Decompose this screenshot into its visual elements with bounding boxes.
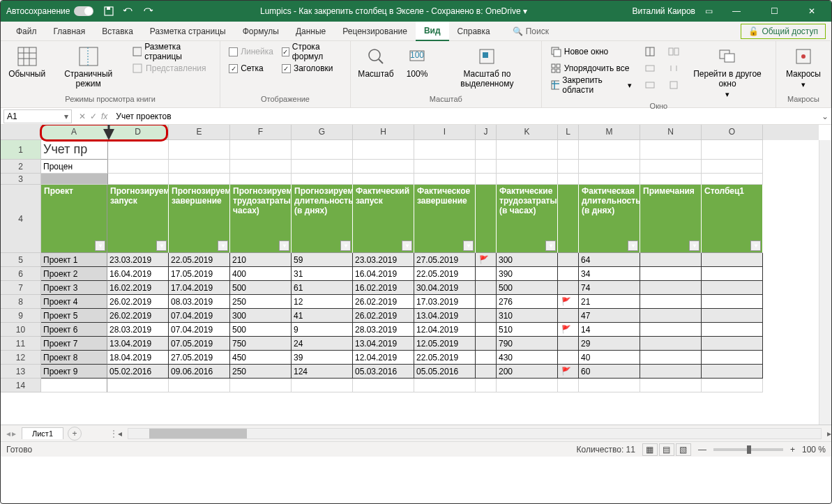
cell[interactable] (558, 309, 579, 323)
switch-windows-button[interactable]: Перейти в другое окно ▾ (685, 44, 770, 100)
cell[interactable] (702, 379, 763, 392)
ribbon-options-icon[interactable]: ▭ (705, 6, 713, 16)
cell[interactable] (476, 160, 497, 174)
hscroll-right[interactable]: ▸ (827, 429, 831, 438)
cell[interactable] (107, 140, 169, 160)
tab-pagelayout[interactable]: Разметка страницы (142, 22, 234, 41)
macros-button[interactable]: Макросы ▾ (782, 44, 825, 91)
save-icon[interactable] (102, 4, 116, 18)
cell[interactable]: 07.05.2019 (169, 337, 230, 351)
column-headers[interactable]: ADEFGHIJKLMNO (41, 125, 819, 140)
normal-view-icon[interactable]: ▦ (642, 443, 658, 456)
cell[interactable]: 16.04.2019 (107, 267, 169, 281)
cell[interactable] (702, 295, 763, 309)
row-header-11[interactable]: 11 (1, 337, 41, 351)
cell[interactable]: Прогнозируемое завершение▾ (169, 185, 230, 253)
cell[interactable] (169, 140, 230, 160)
cell[interactable] (640, 174, 702, 185)
cell[interactable] (702, 365, 763, 379)
cell[interactable] (579, 174, 640, 185)
zoom-in-button[interactable]: + (790, 445, 795, 455)
cell[interactable] (107, 379, 169, 392)
tab-formulas[interactable]: Формулы (234, 22, 287, 41)
row-header-2[interactable]: 2 (1, 160, 41, 174)
cell[interactable]: 200 (497, 365, 558, 379)
cell[interactable] (640, 281, 702, 295)
cell[interactable]: 08.03.2019 (169, 295, 230, 309)
autosave-toggle[interactable]: Автосохранение (6, 6, 93, 16)
cell[interactable] (640, 351, 702, 365)
select-all-corner[interactable] (1, 125, 41, 140)
sheet-tab[interactable]: Лист1 (22, 427, 63, 439)
vertical-scrollbar[interactable] (819, 140, 831, 425)
cell[interactable] (476, 309, 497, 323)
close-button[interactable]: ✕ (798, 1, 826, 22)
tab-file[interactable]: Файл (8, 22, 45, 41)
cell[interactable]: 27.05.2019 (414, 253, 476, 267)
column-header-L[interactable]: L (558, 125, 579, 140)
cell[interactable] (476, 140, 497, 160)
cell[interactable] (702, 253, 763, 267)
cell[interactable] (702, 281, 763, 295)
row-header-5[interactable]: 5 (1, 253, 41, 267)
cell[interactable]: 27.05.2019 (169, 351, 230, 365)
cell[interactable]: 🚩 (558, 323, 579, 337)
column-header-A[interactable]: A (41, 125, 107, 140)
cell[interactable]: 310 (497, 309, 558, 323)
cell[interactable] (353, 379, 414, 392)
cell[interactable] (476, 267, 497, 281)
cell[interactable] (558, 174, 579, 185)
row-header-8[interactable]: 8 (1, 295, 41, 309)
column-header-G[interactable]: G (292, 125, 353, 140)
row-header-12[interactable]: 12 (1, 351, 41, 365)
cell[interactable]: 17.04.2019 (169, 281, 230, 295)
cell[interactable]: 430 (497, 351, 558, 365)
undo-icon[interactable] (121, 4, 135, 18)
cell[interactable] (579, 160, 640, 174)
cell[interactable] (558, 185, 579, 253)
cell[interactable]: 300 (230, 309, 292, 323)
row-header-6[interactable]: 6 (1, 267, 41, 281)
cell[interactable] (702, 160, 763, 174)
headings-checkbox[interactable]: Заголовки (279, 61, 345, 76)
cell[interactable] (107, 160, 169, 174)
cell[interactable]: Прогнозируемая длительность (в днях)▾ (292, 185, 353, 253)
cell[interactable]: 28.03.2019 (353, 323, 414, 337)
cell[interactable]: Проект 2 (41, 267, 107, 281)
cell[interactable]: 64 (579, 253, 640, 267)
formula-bar-expand[interactable]: ⌄ (819, 112, 831, 121)
cell[interactable] (476, 379, 497, 392)
cell[interactable] (169, 174, 230, 185)
cell[interactable] (558, 351, 579, 365)
cell[interactable]: 22.05.2019 (414, 267, 476, 281)
zoom-level[interactable]: 100 % (802, 445, 826, 455)
cell[interactable] (497, 140, 558, 160)
filter-button[interactable]: ▾ (402, 240, 412, 251)
filter-button[interactable]: ▾ (628, 240, 638, 251)
column-header-F[interactable]: F (230, 125, 292, 140)
cell[interactable] (230, 160, 292, 174)
cell[interactable] (107, 174, 169, 185)
cell[interactable] (41, 379, 107, 392)
cell[interactable]: 47 (579, 309, 640, 323)
row-header-13[interactable]: 13 (1, 365, 41, 379)
cell[interactable] (702, 323, 763, 337)
cell[interactable]: Проект 6 (41, 323, 107, 337)
cell[interactable]: 31 (292, 267, 353, 281)
cancel-formula-icon[interactable]: ✕ (79, 112, 86, 121)
reset-pos-button[interactable] (665, 77, 682, 93)
cell[interactable]: 250 (230, 295, 292, 309)
sync-scroll-button[interactable] (665, 61, 682, 76)
cell[interactable]: 400 (230, 267, 292, 281)
cell[interactable] (414, 160, 476, 174)
cell[interactable] (292, 174, 353, 185)
cell[interactable] (640, 267, 702, 281)
cell[interactable] (476, 351, 497, 365)
filter-button[interactable]: ▾ (340, 240, 351, 251)
cell[interactable]: Проект 9 (41, 365, 107, 379)
cell[interactable]: 500 (497, 281, 558, 295)
share-button[interactable]: 🔓 Общий доступ (741, 24, 826, 39)
cell[interactable] (558, 281, 579, 295)
filter-button[interactable]: ▾ (545, 240, 556, 251)
row-header-3[interactable]: 3 (1, 174, 41, 185)
